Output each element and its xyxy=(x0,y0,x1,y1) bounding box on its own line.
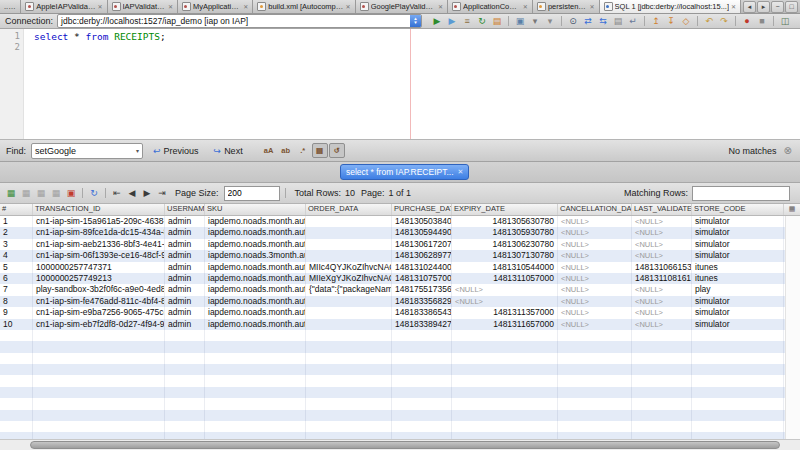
close-tab-icon[interactable] xyxy=(98,4,103,10)
cell-order-data[interactable] xyxy=(306,227,392,238)
stop-macro-icon[interactable]: ■ xyxy=(755,15,769,28)
cell-store-code[interactable]: simulator xyxy=(692,239,784,250)
cell-expiry-date[interactable]: 1481310544000 xyxy=(452,262,558,273)
cell-order-data[interactable]: MIIc4QYJKoZIhvcNAQc... xyxy=(306,262,392,273)
results-tab[interactable]: select * from IAP.RECEIPT... xyxy=(340,164,469,180)
cell-username[interactable]: admin xyxy=(165,250,205,261)
editor-tab-iapvalidator-java[interactable]: IAPValidator.java xyxy=(108,0,178,13)
table-row[interactable]: 4cn1-iap-sim-06f1393e-ce16-48cf-91...adm… xyxy=(0,250,800,261)
cell-sku[interactable]: iapdemo.noads.month.auto xyxy=(205,262,306,273)
run-statement-icon[interactable]: ▶ xyxy=(445,15,459,28)
first-page-icon[interactable]: ⇤ xyxy=(110,187,124,200)
cell-purchase-date[interactable]: 1481306172077 xyxy=(392,239,452,250)
connection-select[interactable]: jdbc:derby://localhost:1527/iap_demo [ia… xyxy=(57,14,422,28)
page-size-input[interactable] xyxy=(224,186,280,201)
cell-transaction-id[interactable]: cn1-iap-sim-e9ba7256-9065-475c-9... xyxy=(33,307,165,318)
cell-cancellation-date[interactable]: <NULL> xyxy=(558,273,632,284)
regex-icon[interactable]: .* xyxy=(295,143,311,158)
wrap-around-icon[interactable]: ↺ xyxy=(329,143,345,158)
cell-expiry-date[interactable]: 1481307130780 xyxy=(452,250,558,261)
column-header-order-data[interactable]: ORDER_DATA xyxy=(306,204,392,215)
editor-tab-googleplayvalidator-java[interactable]: GooglePlayValidator.java xyxy=(356,0,448,13)
cell-cancellation-date[interactable]: <NULL> xyxy=(558,307,632,318)
cell-row-number[interactable]: 9 xyxy=(0,307,33,318)
cell-order-data[interactable] xyxy=(306,216,392,227)
table-row[interactable]: 8cn1-iap-sim-fe476add-811c-4bf4-84...adm… xyxy=(0,296,800,307)
cancel-edits-icon[interactable]: ▦ xyxy=(49,187,63,200)
cell-last-validated[interactable]: <NULL> xyxy=(632,239,692,250)
column-picker-icon[interactable]: ▦ xyxy=(784,204,800,215)
cell-cancellation-date[interactable]: <NULL> xyxy=(558,239,632,250)
find-input[interactable] xyxy=(32,146,133,156)
cell-store-code[interactable]: simulator xyxy=(692,227,784,238)
cell-row-number[interactable]: 1 xyxy=(0,216,33,227)
cell-order-data[interactable]: {"data":{"packageNam... xyxy=(306,284,392,295)
run-sql-icon[interactable]: ▶ xyxy=(430,15,444,28)
cell-expiry-date[interactable]: 1481305630780 xyxy=(452,216,558,227)
close-tab-icon[interactable] xyxy=(438,4,443,10)
column-header-row-number[interactable]: # xyxy=(0,204,33,215)
table-row[interactable]: 51000000257747371adminiapdemo.noads.mont… xyxy=(0,262,800,273)
cell-username[interactable]: admin xyxy=(165,319,205,330)
comment-icon[interactable]: ◫ xyxy=(778,15,792,28)
next-page-icon[interactable]: ▶ xyxy=(140,187,154,200)
cell-last-validated[interactable]: <NULL> xyxy=(632,250,692,261)
refresh-records-icon[interactable]: ↻ xyxy=(87,187,101,200)
column-header-expiry-date[interactable]: EXPIRY_DATE xyxy=(452,204,558,215)
toggle-bookmark-icon[interactable]: ◇ xyxy=(679,15,693,28)
bookmarks-icon[interactable]: ▤ xyxy=(611,15,625,28)
cell-store-code[interactable]: simulator xyxy=(692,216,784,227)
column-header-last-validated[interactable]: LAST_VALIDATED xyxy=(632,204,692,215)
cell-expiry-date[interactable]: 1481306230780 xyxy=(452,239,558,250)
cell-row-number[interactable]: 10 xyxy=(0,319,33,330)
cell-cancellation-date[interactable]: <NULL> xyxy=(558,250,632,261)
cell-cancellation-date[interactable]: <NULL> xyxy=(558,296,632,307)
cell-expiry-date[interactable]: <NULL> xyxy=(452,284,558,295)
cell-row-number[interactable]: 3 xyxy=(0,239,33,250)
cell-transaction-id[interactable]: cn1-iap-sim-eb7f2df8-0d27-4f94-95... xyxy=(33,319,165,330)
cell-last-validated[interactable]: <NULL> xyxy=(632,319,692,330)
cell-purchase-date[interactable]: 1481310244000 xyxy=(392,262,452,273)
cell-row-number[interactable]: 8 xyxy=(0,296,33,307)
cell-store-code[interactable]: simulator xyxy=(692,307,784,318)
cell-last-validated[interactable]: 1481310661539 xyxy=(632,262,692,273)
matching-rows-input[interactable] xyxy=(692,186,790,201)
cell-store-code[interactable]: simulator xyxy=(692,250,784,261)
back-icon[interactable]: ↶ xyxy=(702,15,716,28)
cell-last-validated[interactable]: <NULL> xyxy=(632,307,692,318)
column-header-username[interactable]: USERNAME xyxy=(165,204,205,215)
cell-expiry-date[interactable]: <NULL> xyxy=(452,296,558,307)
cell-username[interactable]: admin xyxy=(165,307,205,318)
cell-row-number[interactable]: 6 xyxy=(0,273,33,284)
editor-tab-build-xml-autocompletetest[interactable]: build.xml [AutocompleteTest] xyxy=(253,0,355,13)
close-results-tab-icon[interactable] xyxy=(458,168,464,176)
cell-cancellation-date[interactable]: <NULL> xyxy=(558,284,632,295)
cell-last-validated[interactable]: <NULL> xyxy=(632,216,692,227)
cell-order-data[interactable] xyxy=(306,307,392,318)
truncate-table-icon[interactable]: ▣ xyxy=(64,187,78,200)
close-tab-icon[interactable] xyxy=(590,4,595,10)
last-page-icon[interactable]: ⇥ xyxy=(155,187,169,200)
table-row[interactable]: 10cn1-iap-sim-eb7f2df8-0d27-4f94-95...ad… xyxy=(0,319,800,330)
insert-record-icon[interactable]: ▦ xyxy=(4,187,18,200)
cell-last-validated[interactable]: <NULL> xyxy=(632,296,692,307)
cell-purchase-date[interactable]: 1481755173567 xyxy=(392,284,452,295)
cell-cancellation-date[interactable]: <NULL> xyxy=(558,227,632,238)
cell-row-number[interactable]: 7 xyxy=(0,284,33,295)
cell-purchase-date[interactable]: 1481305038406 xyxy=(392,216,452,227)
cell-row-number[interactable]: 5 xyxy=(0,262,33,273)
cell-cancellation-date[interactable]: <NULL> xyxy=(558,262,632,273)
cell-transaction-id[interactable]: cn1-iap-sim-fe476add-811c-4bf4-84... xyxy=(33,296,165,307)
cell-order-data[interactable] xyxy=(306,319,392,330)
close-tab-icon[interactable] xyxy=(243,4,248,10)
commit-records-icon[interactable]: ▦ xyxy=(34,187,48,200)
cell-transaction-id[interactable]: 1000000257747371 xyxy=(33,262,165,273)
cell-expiry-date[interactable]: 1481311357000 xyxy=(452,307,558,318)
editor-tab-tor[interactable]: ...tor xyxy=(0,0,21,13)
format-dropdown-icon[interactable]: ▾ xyxy=(543,15,557,28)
cell-cancellation-date[interactable]: <NULL> xyxy=(558,319,632,330)
cell-username[interactable]: admin xyxy=(165,227,205,238)
horizontal-scrollbar-thumb[interactable] xyxy=(30,441,780,449)
new-statement-icon[interactable]: ▤ xyxy=(490,15,504,28)
cell-purchase-date[interactable]: 1481833894272 xyxy=(392,319,452,330)
